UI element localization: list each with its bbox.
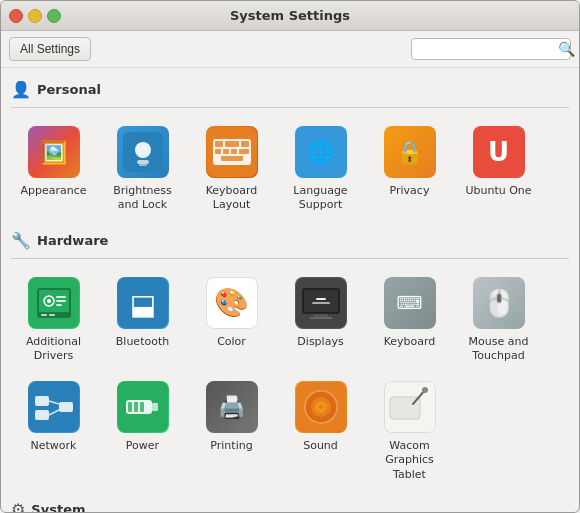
color-icon-box: 🎨 [204, 275, 260, 331]
sound-label: Sound [303, 439, 338, 453]
sidebar-item-ubuntu-one[interactable]: U Ubuntu One [456, 118, 541, 219]
sidebar-item-wacom[interactable]: WacomGraphicsTablet [367, 373, 452, 488]
toolbar: All Settings 🔍 [1, 31, 579, 68]
svg-rect-11 [231, 149, 237, 154]
svg-rect-30 [310, 317, 332, 319]
power-icon-box [115, 379, 171, 435]
svg-rect-21 [56, 304, 62, 306]
displays-label: Displays [297, 335, 343, 349]
all-settings-button[interactable]: All Settings [9, 37, 91, 61]
sidebar-item-language-support[interactable]: 🌐 LanguageSupport [278, 118, 363, 219]
system-section-title: System [31, 502, 85, 512]
sidebar-item-appearance[interactable]: 🖼️ Appearance [11, 118, 96, 219]
sidebar-item-power[interactable]: Power [100, 373, 185, 488]
personal-grid: 🖼️ Appearance Brightnessand Lock [11, 118, 569, 219]
privacy-label: Privacy [390, 184, 430, 198]
mouse-touchpad-label: Mouse andTouchpad [469, 335, 529, 364]
sidebar-item-brightness[interactable]: Brightnessand Lock [100, 118, 185, 219]
keyboard-layout-icon [206, 126, 258, 178]
hardware-icon: 🔧 [11, 231, 31, 250]
sidebar-item-displays[interactable]: Displays [278, 269, 363, 370]
svg-rect-20 [56, 300, 66, 302]
keyboard-layout-label: KeyboardLayout [206, 184, 258, 213]
svg-rect-19 [56, 296, 66, 298]
sidebar-item-mouse-touchpad[interactable]: 🖱️ Mouse andTouchpad [456, 269, 541, 370]
hardware-section-header: 🔧 Hardware [11, 231, 569, 250]
svg-rect-6 [215, 141, 223, 147]
svg-rect-12 [239, 149, 249, 154]
personal-section-title: Personal [37, 82, 101, 97]
sidebar-item-color[interactable]: 🎨 Color [189, 269, 274, 370]
sidebar-item-network[interactable]: Network [11, 373, 96, 488]
sidebar-item-printing[interactable]: 🖨️ Printing [189, 373, 274, 488]
svg-rect-42 [128, 402, 132, 412]
ubuntu-one-icon-box: U [471, 124, 527, 180]
system-icon: ⚙️ [11, 500, 25, 512]
svg-rect-2 [137, 160, 149, 164]
svg-rect-13 [221, 156, 243, 161]
sidebar-item-keyboard[interactable]: ⌨️ Keyboard [367, 269, 452, 370]
personal-divider [11, 107, 569, 108]
person-icon: 👤 [11, 80, 31, 99]
network-icon-box [26, 379, 82, 435]
sidebar-item-additional-drivers[interactable]: AdditionalDrivers [11, 269, 96, 370]
svg-point-18 [47, 299, 51, 303]
keyboard-icon: ⌨️ [384, 277, 436, 329]
minimize-button[interactable] [28, 9, 42, 23]
close-button[interactable] [9, 9, 23, 23]
privacy-icon: 🔒 [384, 126, 436, 178]
color-label: Color [217, 335, 246, 349]
appearance-label: Appearance [20, 184, 86, 198]
printing-label: Printing [210, 439, 252, 453]
search-input[interactable] [418, 42, 558, 56]
appearance-icon-box: 🖼️ [26, 124, 82, 180]
hardware-section-title: Hardware [37, 233, 108, 248]
svg-rect-36 [59, 402, 73, 412]
wacom-label: WacomGraphicsTablet [385, 439, 434, 482]
color-icon: 🎨 [206, 277, 258, 329]
svg-rect-41 [152, 403, 158, 411]
language-support-icon: 🌐 [295, 126, 347, 178]
hardware-grid: AdditionalDrivers ⬓ Bluetooth 🎨 [11, 269, 569, 488]
svg-rect-3 [139, 164, 147, 166]
search-box: 🔍 [411, 38, 571, 60]
sound-icon [295, 381, 347, 433]
language-support-icon-box: 🌐 [293, 124, 349, 180]
wacom-icon [384, 381, 436, 433]
svg-rect-35 [35, 410, 49, 420]
svg-rect-44 [140, 402, 144, 412]
additional-drivers-icon [28, 277, 80, 329]
power-label: Power [126, 439, 159, 453]
search-icon: 🔍 [558, 41, 575, 57]
system-section-header: ⚙️ System [11, 500, 569, 512]
network-icon [28, 381, 80, 433]
ubuntu-one-label: Ubuntu One [465, 184, 531, 198]
brightness-icon-box [115, 124, 171, 180]
keyboard-layout-icon-box [204, 124, 260, 180]
ubuntu-one-icon: U [473, 126, 525, 178]
privacy-icon-box: 🔒 [382, 124, 438, 180]
sidebar-item-keyboard-layout[interactable]: KeyboardLayout [189, 118, 274, 219]
svg-point-49 [319, 405, 323, 409]
sidebar-item-privacy[interactable]: 🔒 Privacy [367, 118, 452, 219]
sound-icon-box [293, 379, 349, 435]
svg-rect-28 [304, 290, 338, 312]
appearance-icon: 🖼️ [28, 126, 80, 178]
svg-point-1 [135, 142, 151, 158]
svg-rect-29 [314, 314, 328, 317]
svg-point-54 [422, 387, 428, 393]
hardware-divider [11, 258, 569, 259]
window-controls [9, 9, 61, 23]
additional-drivers-label: AdditionalDrivers [26, 335, 81, 364]
sidebar-item-bluetooth[interactable]: ⬓ Bluetooth [100, 269, 185, 370]
svg-text:⬓: ⬓ [129, 288, 155, 321]
bluetooth-icon-box: ⬓ [115, 275, 171, 331]
settings-content: 👤 Personal 🖼️ Appearance [1, 68, 579, 512]
wacom-icon-box [382, 379, 438, 435]
svg-rect-23 [49, 314, 55, 316]
maximize-button[interactable] [47, 9, 61, 23]
sidebar-item-sound[interactable]: Sound [278, 373, 363, 488]
svg-rect-10 [223, 149, 229, 154]
bluetooth-label: Bluetooth [116, 335, 169, 349]
brightness-label: Brightnessand Lock [113, 184, 172, 213]
